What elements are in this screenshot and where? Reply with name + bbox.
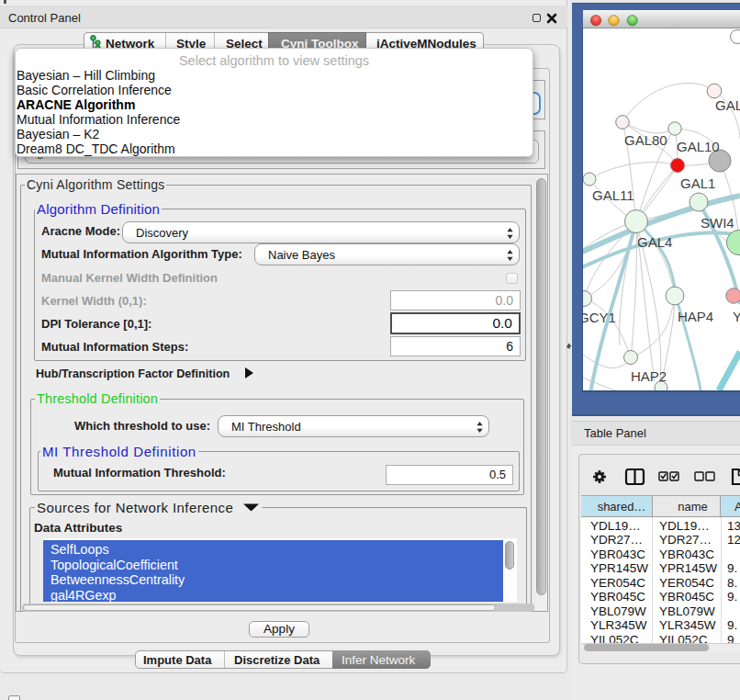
svg-text:GAL7: GAL7 — [715, 97, 740, 113]
svg-text:HAP4: HAP4 — [678, 309, 713, 324]
svg-text:GAL11: GAL11 — [592, 187, 634, 203]
svg-text:GCY1: GCY1 — [583, 310, 616, 325]
svg-text:GAL10: GAL10 — [677, 139, 720, 154]
svg-text:GAL1: GAL1 — [680, 175, 715, 191]
svg-text:SWI4: SWI4 — [701, 215, 734, 231]
svg-text:GAL4: GAL4 — [637, 234, 672, 250]
svg-text:Y: Y — [733, 309, 740, 324]
svg-text:GAL80: GAL80 — [624, 132, 667, 148]
svg-text:HAP2: HAP2 — [631, 368, 667, 384]
